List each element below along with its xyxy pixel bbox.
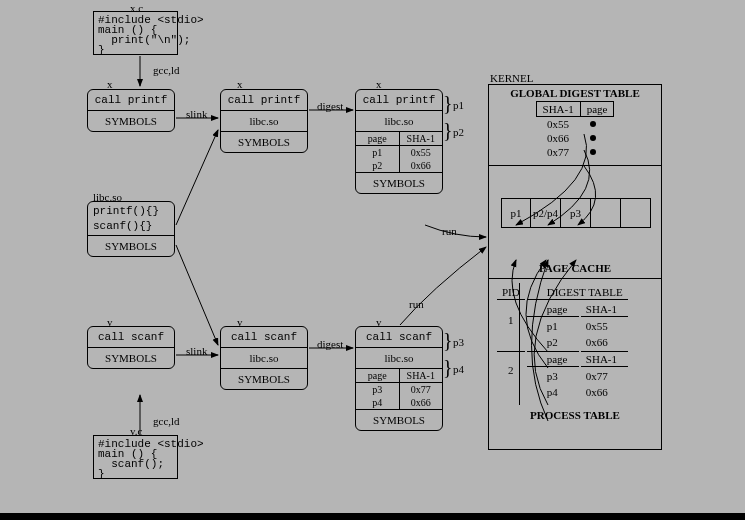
pc-p3: p3 — [561, 198, 591, 228]
pt2-p2: p4 — [527, 385, 579, 399]
slink-label-2: slink — [186, 345, 207, 357]
pt2-s1: 0x77 — [581, 369, 628, 383]
x-box-3: call printf libc.so pageSHA-1 p10x55 p20… — [355, 89, 443, 194]
pt2-p1: p3 — [527, 369, 579, 383]
symbols-y3: SYMBOLS — [356, 410, 442, 430]
brace-p1: } — [443, 98, 453, 108]
svg-line-3 — [176, 130, 218, 225]
libc-y3: libc.so — [356, 348, 442, 368]
brace-p3: } — [443, 335, 453, 345]
pc-p1: p1 — [501, 198, 531, 228]
pc-p2p4: p2/p4 — [531, 198, 561, 228]
call-scanf-2: call scanf — [221, 327, 307, 347]
pt-sha-hdr1: SHA-1 — [581, 302, 628, 317]
gdt-r1: 0x55 — [536, 117, 580, 132]
dx-s2: 0x66 — [399, 159, 442, 172]
pc-empty1 — [591, 198, 621, 228]
dy-s2: 0x66 — [399, 396, 442, 409]
sha-hdr-x: SHA-1 — [399, 132, 442, 146]
xc-source-box: #include <stdio> main () { print("\n"); … — [93, 11, 178, 55]
pt2-s2: 0x66 — [581, 385, 628, 399]
page-hdr-y: page — [356, 369, 399, 383]
gdt-page-hdr: page — [580, 102, 614, 117]
brace-p2: } — [443, 125, 453, 135]
yc-source-box: #include <stdio> main () { scanf(); } — [93, 435, 178, 479]
call-scanf-1: call scanf — [88, 327, 174, 347]
x-box-2: call printf libc.so SYMBOLS — [220, 89, 308, 153]
xc-code: #include <stdio> main () { print("\n"); … — [98, 15, 173, 55]
dy-p2: p4 — [356, 396, 399, 409]
scanf-decl: scanf(){} — [88, 220, 174, 235]
pt-page-hdr1: page — [527, 302, 579, 317]
slink-label-1: slink — [186, 108, 207, 120]
digest-label-1: digest — [317, 100, 343, 112]
gdt-r2: 0x66 — [536, 131, 580, 145]
pt1-s2: 0x66 — [581, 335, 628, 349]
pt-page-hdr2: page — [527, 351, 579, 367]
symbols-x1: SYMBOLS — [88, 111, 174, 131]
page-cache-title: PAGE CACHE — [489, 260, 661, 276]
symbols-y2: SYMBOLS — [221, 369, 307, 389]
gdt-title: GLOBAL DIGEST TABLE — [489, 85, 661, 101]
p1-label: p1 — [453, 99, 464, 111]
printf-decl: printf(){} — [88, 202, 174, 220]
brace-p4: } — [443, 362, 453, 372]
symbols-y1: SYMBOLS — [88, 348, 174, 368]
yc-code: #include <stdio> main () { scanf(); } — [98, 439, 173, 479]
pt1-s1: 0x55 — [581, 319, 628, 333]
dy-p1: p3 — [356, 383, 399, 397]
dot-icon — [590, 149, 596, 155]
pt-sha-hdr2: SHA-1 — [581, 351, 628, 367]
sha-hdr-y: SHA-1 — [399, 369, 442, 383]
y-box-2: call scanf libc.so SYMBOLS — [220, 326, 308, 390]
libc-box: printf(){} scanf(){} SYMBOLS — [87, 201, 175, 257]
gdt-r3: 0x77 — [536, 145, 580, 159]
kernel-panel: GLOBAL DIGEST TABLE SHA-1page 0x55 0x66 … — [488, 84, 662, 450]
svg-line-5 — [176, 245, 218, 345]
bottom-bar — [0, 513, 745, 520]
pt1-p1: p1 — [527, 319, 579, 333]
pc-empty2 — [621, 198, 651, 228]
pid-hdr: PID — [497, 285, 525, 300]
run-label-1: run — [442, 225, 457, 237]
x-box-1: call printf SYMBOLS — [87, 89, 175, 132]
dot-icon — [590, 121, 596, 127]
pt1-p2: p2 — [527, 335, 579, 349]
dt-hdr: DIGEST TABLE — [527, 285, 628, 300]
dx-p1: p1 — [356, 146, 399, 160]
run-label-2: run — [409, 298, 424, 310]
dx-p2: p2 — [356, 159, 399, 172]
p3-label: p3 — [453, 336, 464, 348]
y-box-1: call scanf SYMBOLS — [87, 326, 175, 369]
page-hdr-x: page — [356, 132, 399, 146]
call-printf-2: call printf — [221, 90, 307, 110]
symbols-x2: SYMBOLS — [221, 132, 307, 152]
y-box-3: call scanf libc.so pageSHA-1 p30x77 p40x… — [355, 326, 443, 431]
digest-label-2: digest — [317, 338, 343, 350]
p2-label: p2 — [453, 126, 464, 138]
gccld-label-2: gcc,ld — [153, 415, 180, 427]
dot-icon — [590, 135, 596, 141]
call-printf-1: call printf — [88, 90, 174, 110]
call-scanf-3: call scanf — [356, 327, 442, 347]
symbols-x3: SYMBOLS — [356, 173, 442, 193]
libc-x3: libc.so — [356, 111, 442, 131]
gdt-sha-hdr: SHA-1 — [536, 102, 580, 117]
dx-s1: 0x55 — [399, 146, 442, 160]
page-cache-grid: p1 p2/p4 p3 — [501, 198, 651, 228]
libc-y2: libc.so — [221, 348, 307, 368]
symbols-libc: SYMBOLS — [88, 236, 174, 256]
process-table-title: PROCESS TABLE — [489, 407, 661, 423]
pid1: 1 — [497, 302, 525, 349]
call-printf-3: call printf — [356, 90, 442, 110]
pid2: 2 — [497, 351, 525, 399]
libc-x2: libc.so — [221, 111, 307, 131]
kernel-title: KERNEL — [490, 72, 533, 84]
p4-label: p4 — [453, 363, 464, 375]
gccld-label-1: gcc,ld — [153, 64, 180, 76]
dy-s1: 0x77 — [399, 383, 442, 397]
